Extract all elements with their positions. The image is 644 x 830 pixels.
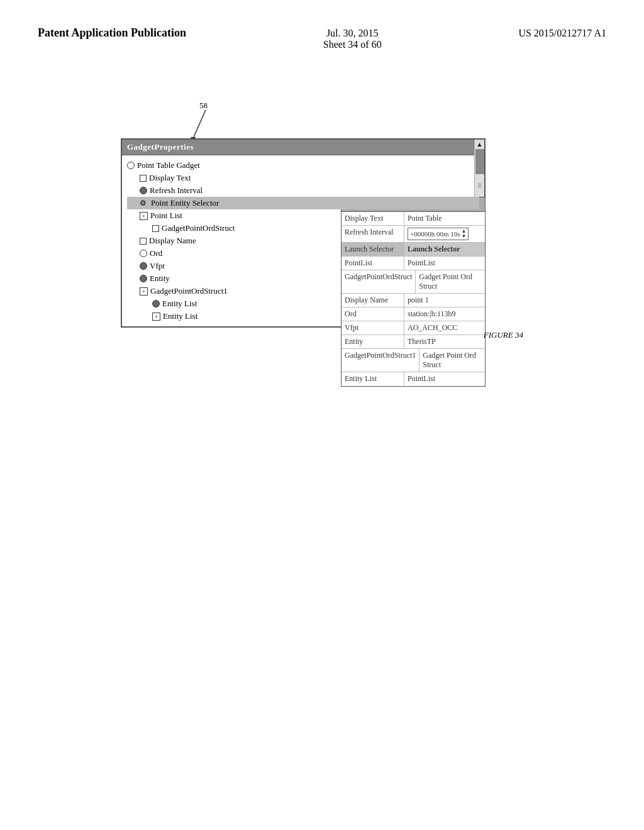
tree-row-entity: Entity — [127, 272, 479, 285]
gadget-panel: ▲ ||| ▼ GadgetProperties Point Table Gad… — [121, 138, 486, 328]
tree-row-point-list: + Point List — [127, 209, 479, 222]
tree-row-refresh-interval: Refresh Interval — [127, 184, 479, 197]
circle-icon-ord — [140, 250, 147, 257]
circle-filled-icon-el1 — [152, 300, 160, 307]
square-plus-icon-gadget2: + — [140, 287, 148, 296]
props-entity-list: Entity List PointList — [341, 372, 485, 386]
circle-icon-1 — [127, 162, 135, 169]
square-icon-gadget — [152, 225, 159, 232]
tree-row-gadget-point-ord: GadgetPointOrdStruct — [127, 222, 479, 235]
main-content: 58 59 ▲ ||| ▼ GadgetProperties — [0, 63, 644, 340]
tree-row-point-table-gadget: Point Table Gadget — [127, 159, 479, 172]
tree-row-entity-list-2: + Entity List — [127, 310, 479, 323]
diagram-area: 58 59 ▲ ||| ▼ GadgetProperties — [102, 101, 542, 328]
props-entity: Entity TherisTP — [341, 335, 485, 349]
tree-row-ord: Ord — [127, 247, 479, 260]
tree-row-point-entity-selector: ⚙ Point Entity Selector — [127, 197, 479, 209]
square-icon-dn — [140, 238, 147, 245]
circle-filled-icon-refresh — [140, 187, 147, 194]
square-plus-icon-el2: + — [152, 313, 160, 321]
scroll-up-arrow[interactable]: ▲ — [477, 141, 483, 148]
publication-date: Jul. 30, 2015 Sheet 34 of 60 — [323, 25, 382, 50]
circle-filled-icon-entity — [140, 275, 147, 282]
tree-row-gadget-point2: + GadgetPointOrdStruct1 — [127, 285, 479, 297]
page-header: Patent Application Publication Jul. 30, … — [0, 0, 644, 63]
panel-body: Point Table Gadget Display Text Point Ta… — [122, 155, 484, 326]
figure-label: FIGURE 34 — [484, 330, 523, 340]
props-vfpt: Vfpt AO_ACH_OCC — [341, 321, 485, 335]
publication-number: US 2015/0212717 A1 — [518, 25, 606, 39]
panel-titlebar: GadgetProperties — [122, 140, 484, 155]
tree-row-display-text: Display Text Point Table Display Text Po… — [127, 172, 479, 184]
square-icon-display — [140, 175, 147, 182]
gear-icon-selector: ⚙ — [140, 199, 148, 208]
tree-row-display-name: Display Name — [127, 235, 479, 247]
tree-row-entity-list-1: Entity List — [127, 297, 479, 310]
publication-title: Patent Application Publication — [38, 25, 186, 41]
svg-line-0 — [193, 110, 206, 138]
tree-row-vfpt: Vfpt — [127, 260, 479, 272]
square-plus-icon-pointlist: + — [140, 212, 148, 220]
props-gadget-point2: GadgetPointOrdStruct1 Gadget Point Ord S… — [341, 349, 485, 372]
circle-filled-icon-vfpt — [140, 262, 147, 270]
